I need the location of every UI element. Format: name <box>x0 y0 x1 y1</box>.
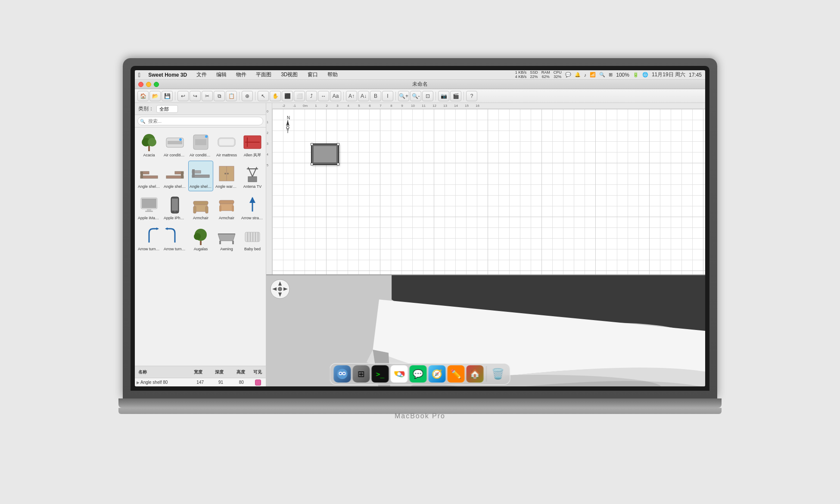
toolbar-fit-btn[interactable]: ⊡ <box>422 91 433 101</box>
toolbar-select-btn[interactable]: ↖ <box>258 91 269 101</box>
close-button[interactable] <box>138 82 143 87</box>
floor-plan-area[interactable]: -2 -1 0m 1 2 3 4 5 6 <box>266 103 705 274</box>
svg-rect-55 <box>232 241 234 244</box>
list-item[interactable]: Apple iMac 1... <box>137 192 162 223</box>
toolbar-render-btn[interactable]: 🎬 <box>450 91 461 101</box>
menu-edit[interactable]: 编辑 <box>215 70 228 79</box>
maximize-button[interactable] <box>154 82 159 87</box>
toolbar: 🏠 📂 💾 ↩ ↪ ✂ ⧉ 📋 ⊕ ↖ ✋ ⬛ <box>135 89 705 103</box>
list-item[interactable]: Arrow turn ri... <box>162 223 187 254</box>
nav-center-btn[interactable] <box>278 287 282 291</box>
macbook-laptop:  Sweet Home 3D 文件 编辑 物件 平面图 3D视图 窗口 帮助 <box>118 58 722 446</box>
toolbar-add-text-btn[interactable]: Aa <box>330 91 341 101</box>
prop-visible-header: 可见 <box>251 369 264 375</box>
toolbar-draw-polyline-btn[interactable]: ⤴ <box>306 91 317 101</box>
sep4 <box>343 92 344 100</box>
furniture-icon-acacia <box>138 131 160 153</box>
list-item[interactable]: Awning <box>214 223 239 254</box>
dock-wechat[interactable]: 💬 <box>410 365 427 383</box>
toolbar-draw-room-btn[interactable]: ⬜ <box>294 91 305 101</box>
toolbar-save-btn[interactable]: 💾 <box>162 91 173 101</box>
list-item[interactable]: Angle shelf 8... <box>188 161 213 191</box>
list-item[interactable]: Angle shelf 1... <box>137 161 162 191</box>
dock-safari[interactable]: 🧭 <box>429 365 446 383</box>
checkbox-icon[interactable] <box>255 380 261 386</box>
list-item[interactable]: Acacia <box>137 129 162 160</box>
list-item[interactable]: Air conditio... <box>162 129 187 160</box>
search-menubar-icon[interactable]: 🔍 <box>599 72 605 78</box>
toolbar-pan-btn[interactable]: ✋ <box>270 91 281 101</box>
toolbar-cut-btn[interactable]: ✂ <box>202 91 213 101</box>
toolbar-home-btn[interactable]: 🏠 <box>137 91 149 101</box>
menu-help[interactable]: 帮助 <box>326 70 339 79</box>
svg-rect-3 <box>148 146 150 151</box>
list-item[interactable]: Air conditio... <box>188 129 213 160</box>
list-item[interactable]: Angle shelf 1... <box>162 161 187 191</box>
object-visible-checkbox[interactable] <box>252 380 264 386</box>
menubar-date: 11月19日 周六 <box>652 71 685 78</box>
furniture-label-augalas: Augalas <box>194 247 208 252</box>
apple-menu[interactable]:  <box>138 72 140 78</box>
sep2 <box>239 92 240 100</box>
menu-file[interactable]: 文件 <box>195 70 208 79</box>
toolbar-magnet-btn[interactable]: ⊕ <box>242 91 253 101</box>
list-item[interactable]: Armchair <box>214 192 239 223</box>
dock-trash[interactable]: 🗑️ <box>489 365 507 383</box>
toolbar-open-btn[interactable]: 📂 <box>149 91 161 101</box>
dock-separator <box>486 366 487 382</box>
search-input[interactable] <box>137 117 263 125</box>
toolbar-copy-btn[interactable]: ⧉ <box>214 91 225 101</box>
dock-finder[interactable] <box>334 365 351 383</box>
minimize-button[interactable] <box>146 82 151 87</box>
toolbar-italic-btn[interactable]: I <box>382 91 393 101</box>
furniture-label-arrow-left: Arrow turn ri... <box>164 247 186 252</box>
toolbar-camera-btn[interactable]: 📷 <box>438 91 449 101</box>
list-item[interactable]: Augalas <box>188 223 213 254</box>
sep6 <box>436 92 436 100</box>
toolbar-text-size-down-btn[interactable]: A↓ <box>358 91 369 101</box>
macbook-label: MacBook Pro <box>395 412 445 420</box>
toolbar-text-size-up-btn[interactable]: A↑ <box>346 91 357 101</box>
dock-launchpad[interactable]: ⊞ <box>353 365 370 383</box>
object-row-selected[interactable]: ▶ Angle shelf 80 147 91 80 <box>135 378 266 386</box>
shelf-object-on-canvas[interactable] <box>311 143 339 165</box>
menu-window[interactable]: 窗口 <box>306 70 320 79</box>
list-item[interactable]: Antena TV <box>240 161 265 191</box>
list-item[interactable]: Baby bed <box>240 223 265 254</box>
ruler-v-marks: 0 1 2 3 4 5 <box>266 109 272 174</box>
list-item[interactable]: Apple iPhone <box>162 192 187 223</box>
menu-object[interactable]: 物件 <box>234 70 248 79</box>
toolbar-undo-btn[interactable]: ↩ <box>177 91 189 101</box>
svg-point-6 <box>179 138 182 141</box>
toolbar-redo-btn[interactable]: ↪ <box>190 91 201 101</box>
dock-chrome[interactable] <box>391 365 408 383</box>
dock-sketch[interactable]: ✏️ <box>448 365 465 383</box>
list-item[interactable]: Armchair <box>188 192 213 223</box>
toolbar-zoom-in-btn[interactable]: 🔍+ <box>398 91 409 101</box>
toolbar-paste-btn[interactable]: 📋 <box>226 91 237 101</box>
toolbar-bold-btn[interactable]: B <box>370 91 381 101</box>
furniture-icon-arrow-straight <box>242 194 263 216</box>
dock-terminal[interactable]: >_ <box>372 365 389 383</box>
list-item[interactable]: Angle wardr... <box>214 161 239 191</box>
toolbar-help-btn[interactable]: ? <box>466 91 477 101</box>
list-item[interactable]: Arrow turn ri... <box>137 223 162 254</box>
menu-app-name[interactable]: Sweet Home 3D <box>146 71 189 79</box>
menubar-right: 1 KB/s 4 KB/s SSD 22% RAM 62% <box>515 71 702 79</box>
toolbar-add-dimension-btn[interactable]: ↔ <box>318 91 329 101</box>
dock-sweethome[interactable]: 🏠 <box>467 365 484 383</box>
toolbar-draw-wall-btn[interactable]: ⬛ <box>282 91 293 101</box>
menu-floorplan[interactable]: 平面图 <box>254 70 273 79</box>
list-item[interactable]: Air mattress <box>214 129 239 160</box>
menu-3dview[interactable]: 3D视图 <box>279 70 299 79</box>
furniture-label-shelf1b: Angle shelf 1... <box>164 184 186 189</box>
category-select[interactable]: 全部 <box>156 105 178 113</box>
toolbar-zoom-out-btn[interactable]: 🔍- <box>410 91 421 101</box>
prop-width-header: 宽度 <box>187 369 208 375</box>
furniture-label-shelf8: Angle shelf 8... <box>190 184 212 189</box>
list-item[interactable]: Arrow straig... <box>240 192 265 223</box>
list-item[interactable]: Allen 风琴 <box>240 129 265 160</box>
ruler-mark: 0m <box>300 104 311 108</box>
canvas-area[interactable]: N <box>272 109 705 274</box>
grid-icon[interactable]: ⊞ <box>609 72 613 78</box>
